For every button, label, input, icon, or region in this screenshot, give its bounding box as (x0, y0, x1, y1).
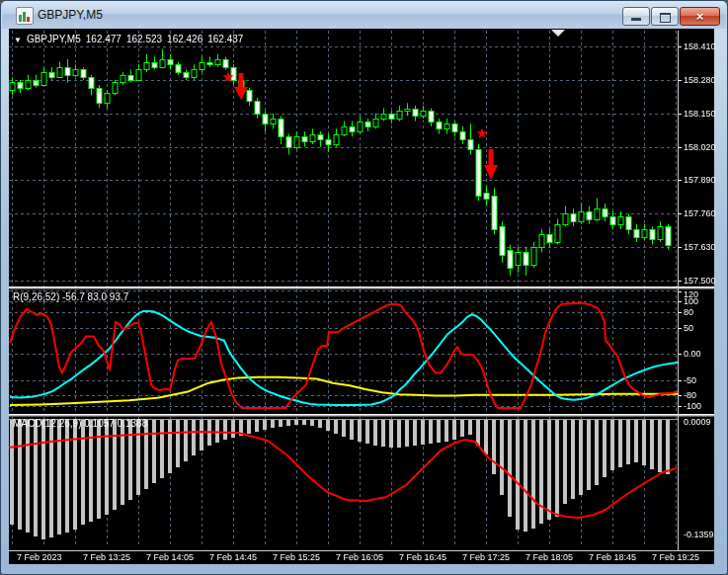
sell-signal-star-icon[interactable]: ★ (474, 125, 490, 141)
r-axis-label: -100 (684, 401, 701, 411)
r-axis-label: 0.00 (684, 349, 701, 359)
price-open: 162.477 (86, 34, 121, 44)
macd-axis-label: -0.1359 (684, 530, 714, 539)
r-axis-label: 50 (684, 323, 693, 333)
price-axis-label: 158.280 (684, 75, 716, 85)
price-axis-label: 157.500 (684, 276, 716, 286)
time-axis-label: 7 Feb 14:45 (209, 552, 257, 562)
price-axis-label: 157.760 (684, 208, 716, 218)
sell-signal-arrow-icon[interactable] (233, 73, 249, 105)
price-axis-label: 158.020 (684, 142, 716, 152)
macd-axis-label: 0.0009 (684, 417, 711, 427)
time-axis-label: 7 Feb 19:25 (652, 552, 699, 562)
time-axis-label: 7 Feb 17:25 (462, 552, 510, 562)
time-axis-label: 7 Feb 16:05 (336, 552, 383, 562)
time-axis-label: 7 Feb 14:05 (146, 552, 194, 562)
time-axis-label: 7 Feb 2023 (17, 552, 62, 562)
macd-indicator-label: MACD(12,26,9) 0.1057 0.1388 (13, 418, 147, 429)
price-low: 162.426 (167, 34, 202, 44)
chart-window: GBPJPY,M5 × ▼GBPJPY,M5162.477162.523162.… (0, 0, 728, 575)
time-axis-label: 7 Feb 18:45 (589, 552, 636, 562)
maximize-button[interactable] (651, 7, 679, 26)
sell-signal-arrow-icon[interactable] (483, 149, 499, 185)
symbol-period: GBPJPY,M5 (27, 34, 81, 44)
r-axis-label: -50 (684, 375, 696, 385)
price-axis-label: 157.890 (684, 175, 716, 185)
symbol-dropdown-icon[interactable]: ▼ (14, 36, 22, 44)
time-axis-label: 7 Feb 18:05 (526, 552, 573, 562)
chart-shift-marker-icon[interactable] (551, 30, 565, 37)
price-high: 162.523 (126, 34, 162, 44)
ohlc-header: ▼GBPJPY,M5162.477162.523162.426162.437 (14, 34, 248, 44)
r-indicator-label: R(9,26,52) -56.7 83.0 93.7 (13, 291, 128, 302)
r-axis-label: -80 (684, 390, 696, 400)
minimize-button[interactable] (622, 7, 650, 26)
price-axis-label: 158.410 (684, 41, 716, 51)
chart-client-area: ▼GBPJPY,M5162.477162.523162.426162.437 R… (9, 29, 714, 564)
time-axis-label: 7 Feb 16:45 (399, 552, 446, 562)
price-axis-label: 158.150 (684, 109, 716, 119)
window-title: GBPJPY,M5 (38, 8, 103, 22)
time-axis-label: 7 Feb 13:25 (83, 552, 130, 562)
app-icon (16, 7, 34, 25)
r-axis-label: 80 (684, 307, 693, 317)
close-button[interactable]: × (680, 7, 720, 26)
price-axis-label: 157.630 (684, 242, 716, 252)
price-close: 162.437 (207, 34, 243, 44)
time-axis-label: 7 Feb 15:25 (273, 552, 320, 562)
r-axis-label: 100 (684, 296, 698, 306)
title-bar[interactable]: GBPJPY,M5 × (2, 1, 726, 29)
